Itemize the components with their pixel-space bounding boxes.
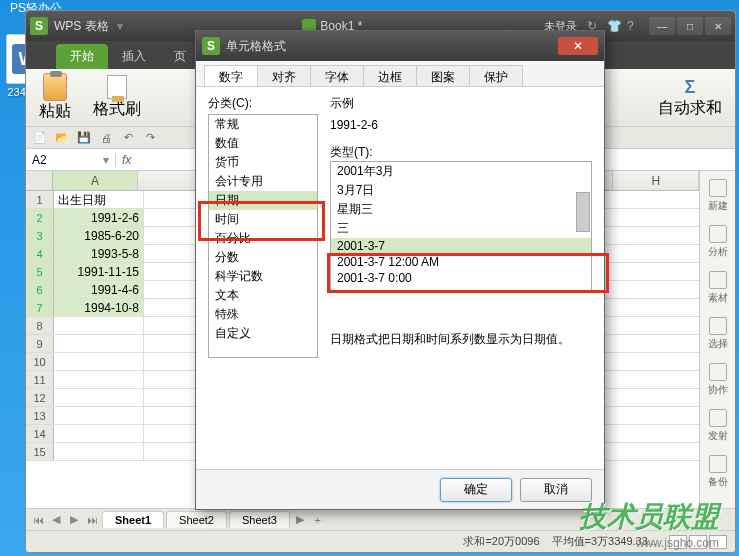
cell[interactable]: [54, 371, 144, 388]
cancel-button[interactable]: 取消: [520, 478, 592, 502]
type-item[interactable]: 2001-3-7 0:00: [331, 270, 591, 286]
cell[interactable]: 1991-11-15: [54, 263, 144, 280]
dialog-tab[interactable]: 边框: [363, 65, 417, 86]
sheet-nav-prev[interactable]: ◀: [48, 513, 64, 526]
category-item[interactable]: 科学记数: [209, 267, 317, 286]
sheet-nav-first[interactable]: ⏮: [30, 514, 46, 526]
sheet-nav-more[interactable]: ▶: [292, 513, 308, 526]
close-button[interactable]: ✕: [705, 17, 731, 35]
type-item[interactable]: 3月7日: [331, 181, 591, 200]
row-header[interactable]: 7: [26, 299, 54, 316]
sheet-tab-2[interactable]: Sheet2: [166, 511, 227, 528]
row-header[interactable]: 11: [26, 371, 54, 388]
row-header[interactable]: 9: [26, 335, 54, 352]
row-header[interactable]: 6: [26, 281, 54, 298]
qa-new-icon[interactable]: 📄: [32, 130, 48, 146]
category-item[interactable]: 数值: [209, 134, 317, 153]
category-list[interactable]: 常规数值货币会计专用日期时间百分比分数科学记数文本特殊自定义: [208, 114, 318, 358]
help-icon[interactable]: ?: [627, 19, 641, 33]
category-item[interactable]: 文本: [209, 286, 317, 305]
row-header[interactable]: 1: [26, 191, 54, 208]
category-item[interactable]: 时间: [209, 210, 317, 229]
category-item[interactable]: 特殊: [209, 305, 317, 324]
side-item-analysis[interactable]: 分析: [703, 225, 733, 259]
format-painter-button[interactable]: 格式刷: [86, 72, 148, 123]
paste-button[interactable]: 粘贴: [32, 70, 78, 125]
ribbon-tab-insert[interactable]: 插入: [108, 44, 160, 69]
cell[interactable]: 1991-4-6: [54, 281, 144, 298]
dialog-tab[interactable]: 对齐: [257, 65, 311, 86]
select-all-corner[interactable]: [26, 171, 53, 190]
maximize-button[interactable]: □: [677, 17, 703, 35]
cell[interactable]: 1991-2-6: [54, 209, 144, 226]
category-item[interactable]: 自定义: [209, 324, 317, 343]
fx-icon[interactable]: fx: [122, 153, 131, 167]
cell[interactable]: [54, 443, 144, 460]
dialog-titlebar[interactable]: S 单元格格式 ✕: [196, 31, 604, 61]
add-sheet-button[interactable]: +: [310, 514, 326, 526]
qa-undo-icon[interactable]: ↶: [120, 130, 136, 146]
type-item[interactable]: 三: [331, 219, 591, 238]
type-item[interactable]: 2001-3-7 12:00 AM: [331, 254, 591, 270]
sheet-nav-next[interactable]: ▶: [66, 513, 82, 526]
dialog-tab[interactable]: 保护: [469, 65, 523, 86]
col-header-h[interactable]: H: [613, 171, 699, 190]
cell[interactable]: [54, 335, 144, 352]
category-item[interactable]: 货币: [209, 153, 317, 172]
col-header-a[interactable]: A: [53, 171, 139, 190]
cell[interactable]: [54, 389, 144, 406]
dialog-close-button[interactable]: ✕: [558, 37, 598, 55]
side-item-select[interactable]: 选择: [703, 317, 733, 351]
category-item[interactable]: 常规: [209, 115, 317, 134]
cell[interactable]: [54, 353, 144, 370]
category-item[interactable]: 百分比: [209, 229, 317, 248]
category-item[interactable]: 日期: [209, 191, 317, 210]
dialog-tab[interactable]: 字体: [310, 65, 364, 86]
shirt-icon[interactable]: 👕: [607, 19, 621, 33]
side-item-collab[interactable]: 协作: [703, 363, 733, 397]
row-header[interactable]: 4: [26, 245, 54, 262]
side-item-new[interactable]: 新建: [703, 179, 733, 213]
cell[interactable]: 1985-6-20: [54, 227, 144, 244]
ribbon-tab-home[interactable]: 开始: [56, 44, 108, 69]
side-item-assets[interactable]: 素材: [703, 271, 733, 305]
row-header[interactable]: 3: [26, 227, 54, 244]
category-item[interactable]: 分数: [209, 248, 317, 267]
row-header[interactable]: 2: [26, 209, 54, 226]
side-item-launch[interactable]: 发射: [703, 409, 733, 443]
type-item[interactable]: 2001-3-7: [331, 238, 591, 254]
cell[interactable]: 1994-10-8: [54, 299, 144, 316]
type-item[interactable]: 星期三: [331, 200, 591, 219]
autosum-button[interactable]: Σ 自动求和: [651, 74, 729, 122]
cell[interactable]: 出生日期: [54, 191, 144, 208]
minimize-button[interactable]: —: [649, 17, 675, 35]
cell[interactable]: [54, 407, 144, 424]
cell[interactable]: [54, 425, 144, 442]
qa-redo-icon[interactable]: ↷: [142, 130, 158, 146]
name-box[interactable]: A2▾: [26, 153, 116, 167]
side-item-backup[interactable]: 备份: [703, 455, 733, 489]
row-header[interactable]: 13: [26, 407, 54, 424]
dialog-tab[interactable]: 数字: [204, 65, 258, 86]
sheet-tab-1[interactable]: Sheet1: [102, 511, 164, 528]
row-header[interactable]: 12: [26, 389, 54, 406]
row-header[interactable]: 8: [26, 317, 54, 334]
scrollbar-thumb[interactable]: [576, 192, 590, 232]
ok-button[interactable]: 确定: [440, 478, 512, 502]
ribbon-tab-page[interactable]: 页: [160, 44, 200, 69]
qa-save-icon[interactable]: 💾: [76, 130, 92, 146]
cell[interactable]: [54, 317, 144, 334]
cell[interactable]: 1993-5-8: [54, 245, 144, 262]
qa-open-icon[interactable]: 📂: [54, 130, 70, 146]
type-list[interactable]: 2001年3月3月7日星期三三2001-3-72001-3-7 12:00 AM…: [330, 161, 592, 291]
row-header[interactable]: 14: [26, 425, 54, 442]
row-header[interactable]: 5: [26, 263, 54, 280]
type-item[interactable]: 2001年3月: [331, 162, 591, 181]
category-item[interactable]: 会计专用: [209, 172, 317, 191]
dialog-tab[interactable]: 图案: [416, 65, 470, 86]
row-header[interactable]: 15: [26, 443, 54, 460]
qa-print-icon[interactable]: 🖨: [98, 130, 114, 146]
sheet-nav-last[interactable]: ⏭: [84, 514, 100, 526]
row-header[interactable]: 10: [26, 353, 54, 370]
sheet-tab-3[interactable]: Sheet3: [229, 511, 290, 528]
